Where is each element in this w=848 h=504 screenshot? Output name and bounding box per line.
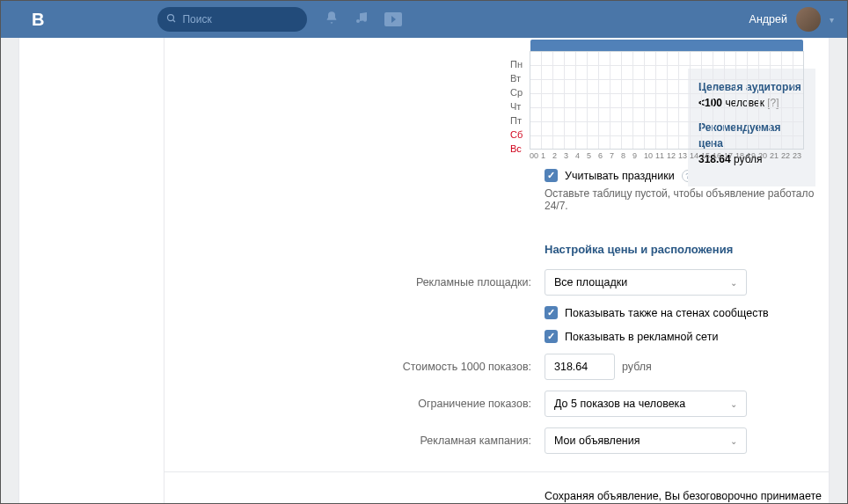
day-labels: ПнВтСрЧтПт СбВс	[510, 57, 523, 156]
limit-label: Ограничение показов:	[164, 398, 545, 410]
cpm-input[interactable]	[545, 354, 615, 380]
vk-logo[interactable]: B	[32, 10, 43, 30]
schedule-grid[interactable]	[530, 51, 804, 150]
music-icon[interactable]	[355, 11, 369, 28]
search-input[interactable]	[182, 13, 298, 26]
limit-select[interactable]: До 5 показов на человека ⌄	[545, 391, 747, 417]
video-icon[interactable]	[384, 12, 402, 26]
show-network-row[interactable]: Показывать в рекламной сети	[545, 330, 718, 343]
holidays-checkbox[interactable]	[545, 169, 558, 182]
chevron-down-icon: ⌄	[730, 278, 737, 288]
agree-text: Сохраняя объявление, Вы безоговорочно пр…	[545, 490, 829, 502]
avatar	[796, 7, 821, 32]
content-area: Целевая аудитория <100 человек [?] Реком…	[164, 38, 829, 503]
username: Андрей	[749, 13, 787, 26]
campaign-label: Рекламная кампания:	[164, 435, 545, 447]
search-box[interactable]	[157, 7, 307, 32]
show-network-checkbox[interactable]	[545, 330, 558, 343]
schedule-block: ПнВтСрЧтПт СбВс 001234567891011121314151…	[530, 38, 829, 160]
svg-point-0	[168, 14, 174, 20]
svg-line-1	[173, 19, 176, 22]
bottom-section: Сохраняя объявление, Вы безоговорочно пр…	[164, 471, 829, 504]
show-walls-row[interactable]: Показывать также на стенах сообществ	[545, 306, 769, 319]
holidays-label: Учитывать праздники	[565, 170, 675, 182]
cpm-label: Стоимость 1000 показов:	[164, 361, 545, 373]
chevron-down-icon: ⌄	[730, 436, 737, 446]
schedule-header-strip	[530, 40, 803, 51]
platforms-label: Рекламные площадки:	[164, 276, 545, 289]
platforms-select[interactable]: Все площадки ⌄	[545, 269, 747, 296]
chevron-down-icon: ▾	[830, 15, 834, 25]
app-header: B Андрей ▾	[1, 1, 847, 38]
schedule-hint: Оставьте таблицу пустой, чтобы объявлени…	[545, 187, 829, 212]
pricing-section-title: Настройка цены и расположения	[545, 243, 829, 256]
search-icon	[166, 13, 177, 26]
user-menu[interactable]: Андрей ▾	[749, 7, 834, 32]
show-network-label: Показывать в рекламной сети	[565, 331, 718, 343]
show-walls-label: Показывать также на стенах сообществ	[565, 307, 769, 319]
cpm-unit: рубля	[622, 361, 652, 373]
hour-labels: 001234567891011121314151617181920212223	[530, 151, 804, 160]
campaign-select[interactable]: Мои объявления ⌄	[545, 427, 747, 454]
bell-icon[interactable]	[325, 11, 339, 28]
show-walls-checkbox[interactable]	[545, 306, 558, 319]
chevron-down-icon: ⌄	[730, 399, 737, 409]
left-column	[19, 38, 164, 503]
